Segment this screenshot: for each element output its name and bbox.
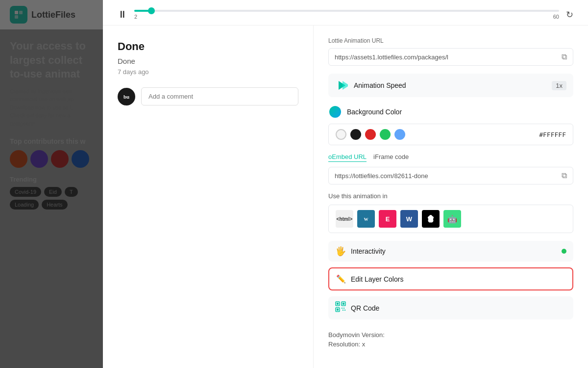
color-swatch-red[interactable] bbox=[365, 129, 376, 140]
player-bar: ⏸ 2 60 ↻ bbox=[103, 0, 588, 26]
platform-webflow[interactable]: W bbox=[400, 210, 418, 228]
svg-rect-19 bbox=[343, 308, 344, 309]
lottie-url-row: https://assets1.lottiefiles.com/packages… bbox=[328, 48, 573, 66]
interactivity-row[interactable]: 🖐 Interactivity bbox=[328, 241, 573, 262]
platform-html[interactable]: <html> bbox=[336, 210, 353, 228]
refresh-button[interactable]: ↻ bbox=[566, 9, 573, 20]
platform-elementor[interactable]: E bbox=[379, 210, 396, 228]
embed-url-row: https://lottiefiles.com/82611-done ⧉ bbox=[328, 167, 573, 184]
svg-rect-21 bbox=[344, 310, 345, 311]
platform-wordpress[interactable]: W bbox=[357, 210, 375, 228]
comment-avatar: bu bbox=[118, 88, 135, 105]
interactivity-status-dot bbox=[562, 249, 566, 254]
interactivity-label: Interactivity bbox=[351, 247, 557, 255]
platform-apple[interactable] bbox=[422, 210, 440, 228]
embed-tabs: oEmbed URL iFrame code bbox=[328, 153, 573, 162]
background-color-section: Background Color #FFFFFF bbox=[328, 105, 573, 145]
lottie-url-label: Lottie Animation URL bbox=[328, 37, 573, 44]
color-swatch-white[interactable] bbox=[336, 129, 346, 140]
player-slider[interactable] bbox=[134, 10, 559, 12]
svg-rect-13 bbox=[337, 303, 339, 305]
svg-text:W: W bbox=[364, 217, 368, 222]
right-panel: Lottie Animation URL https://assets1.lot… bbox=[314, 26, 588, 368]
color-hex-value: #FFFFFF bbox=[539, 131, 566, 138]
player-thumb bbox=[148, 7, 155, 14]
qr-code-label: QR Code bbox=[351, 304, 379, 312]
bg-color-title: Background Color bbox=[347, 108, 402, 116]
bg-color-icon bbox=[328, 105, 342, 119]
animation-title: Done bbox=[118, 40, 298, 53]
animation-speed-row: Animation Speed 1x bbox=[328, 74, 573, 97]
lottie-url-text: https://assets1.lottiefiles.com/packages… bbox=[335, 53, 558, 61]
tab-oembed[interactable]: oEmbed URL bbox=[328, 153, 367, 162]
animation-speed-label: Animation Speed bbox=[354, 81, 547, 89]
color-swatch-blue[interactable] bbox=[394, 129, 405, 140]
use-in-icons: <html> W E W 🤖 bbox=[328, 205, 573, 233]
comment-input[interactable] bbox=[141, 87, 298, 105]
copy-embed-url-button[interactable]: ⧉ bbox=[562, 171, 567, 180]
animation-subtitle: Done bbox=[118, 57, 298, 65]
color-swatches: #FFFFFF bbox=[328, 124, 573, 145]
player-labels: 2 60 bbox=[134, 14, 559, 20]
svg-text:E: E bbox=[386, 215, 390, 223]
svg-point-5 bbox=[329, 106, 341, 118]
svg-rect-18 bbox=[342, 308, 343, 309]
bodymovin-version: Bodymovin Version: bbox=[328, 331, 573, 339]
svg-rect-17 bbox=[337, 309, 339, 311]
animation-speed-icon bbox=[335, 79, 349, 92]
edit-layer-pencil-icon: ✏️ bbox=[336, 274, 346, 284]
tab-iframe[interactable]: iFrame code bbox=[373, 153, 409, 162]
embed-url-text: https://lottiefiles.com/82611-done bbox=[335, 172, 558, 180]
copy-lottie-url-button[interactable]: ⧉ bbox=[562, 53, 567, 61]
svg-text:W: W bbox=[406, 215, 413, 223]
modal-body: Done Done 7 days ago bu Lottie Animation… bbox=[103, 26, 588, 368]
resolution: Resolution: x bbox=[328, 341, 573, 348]
player-start-frame: 2 bbox=[134, 14, 137, 20]
color-swatch-black[interactable] bbox=[350, 129, 361, 140]
animation-date: 7 days ago bbox=[118, 68, 298, 76]
animation-speed-value: 1x bbox=[552, 81, 566, 90]
interactivity-hand-icon: 🖐 bbox=[335, 246, 346, 257]
player-slider-container: 2 60 bbox=[134, 10, 559, 20]
svg-rect-15 bbox=[343, 303, 344, 305]
platform-android[interactable]: 🤖 bbox=[443, 210, 461, 228]
bg-color-header: Background Color bbox=[328, 105, 573, 119]
qr-code-icon bbox=[335, 301, 346, 315]
edit-layer-colors-row[interactable]: ✏️ Edit Layer Colors bbox=[328, 267, 573, 290]
bottom-info: Bodymovin Version: Resolution: x bbox=[328, 327, 573, 348]
play-pause-button[interactable]: ⏸ bbox=[118, 9, 127, 20]
color-swatch-green[interactable] bbox=[380, 129, 391, 140]
edit-layer-colors-label: Edit Layer Colors bbox=[351, 275, 403, 283]
modal: ⏸ 2 60 ↻ Done Done 7 days ago bu bbox=[103, 0, 588, 368]
svg-marker-4 bbox=[343, 81, 348, 90]
use-in-label: Use this animation in bbox=[328, 192, 573, 200]
comment-row: bu bbox=[118, 87, 298, 105]
svg-rect-20 bbox=[343, 310, 343, 311]
player-end-frame: 60 bbox=[553, 14, 559, 20]
left-panel: Done Done 7 days ago bu bbox=[103, 26, 314, 368]
qr-code-row[interactable]: QR Code bbox=[328, 296, 573, 319]
